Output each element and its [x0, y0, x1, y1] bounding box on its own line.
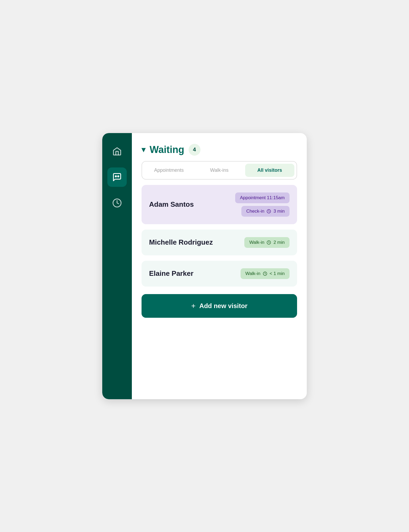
visitor-card-elaine[interactable]: Elaine Parker Walk-in < 1 min — [142, 261, 297, 287]
walkin-badge-elaine: Walk-in < 1 min — [241, 268, 290, 279]
clock-icon-michelle — [266, 240, 271, 245]
checkin-time-adam: 3 min — [273, 209, 285, 214]
clock-icon-elaine — [263, 271, 267, 276]
add-visitor-label: Add new visitor — [199, 302, 248, 310]
visitor-badges-michelle: Walk-in 2 min — [244, 237, 290, 248]
chat-icon — [112, 172, 122, 182]
walkin-label-michelle: Walk-in — [249, 240, 264, 245]
svg-point-0 — [115, 176, 117, 177]
visitor-card-michelle[interactable]: Michelle Rodriguez Walk-in 2 min — [142, 230, 297, 255]
checkin-label: Check-in — [246, 209, 264, 214]
sidebar-item-chat[interactable] — [107, 167, 127, 187]
clock-icon-adam — [266, 209, 271, 214]
app-container: ▾ Waiting 4 Appointments Walk-ins All vi… — [102, 133, 307, 399]
walkin-label-elaine: Walk-in — [245, 271, 260, 276]
sidebar-item-analytics[interactable] — [107, 193, 127, 213]
main-content: ▾ Waiting 4 Appointments Walk-ins All vi… — [132, 133, 307, 399]
visitor-badges-adam: Appointment 11:15am Check-in 3 min — [235, 192, 290, 217]
sidebar-item-home[interactable] — [107, 142, 127, 161]
visitor-card-adam[interactable]: Adam Santos Appointment 11:15am Check-in… — [142, 185, 297, 224]
analytics-icon — [112, 198, 122, 208]
visitor-name-michelle: Michelle Rodriguez — [149, 238, 213, 247]
plus-icon: + — [191, 302, 195, 310]
tab-walkins[interactable]: Walk-ins — [195, 164, 244, 177]
tab-appointments[interactable]: Appointments — [144, 164, 193, 177]
waiting-count-badge: 4 — [189, 144, 200, 156]
visitor-name-adam: Adam Santos — [149, 200, 194, 209]
walkin-time-michelle: 2 min — [273, 240, 285, 245]
checkin-badge-adam: Check-in 3 min — [241, 206, 290, 217]
sidebar — [102, 133, 132, 399]
walkin-time-elaine: < 1 min — [270, 271, 285, 276]
add-visitor-button[interactable]: + Add new visitor — [142, 294, 297, 318]
visitor-tabs: Appointments Walk-ins All visitors — [142, 161, 297, 180]
visitor-name-elaine: Elaine Parker — [149, 269, 193, 278]
collapse-chevron[interactable]: ▾ — [142, 145, 145, 154]
walkin-badge-michelle: Walk-in 2 min — [244, 237, 290, 248]
page-title: Waiting — [150, 144, 184, 155]
page-header: ▾ Waiting 4 — [142, 144, 297, 156]
appointment-badge-adam: Appointment 11:15am — [235, 192, 290, 203]
home-icon — [112, 147, 122, 156]
svg-point-1 — [118, 176, 119, 177]
tab-all-visitors[interactable]: All visitors — [245, 164, 294, 177]
visitor-badges-elaine: Walk-in < 1 min — [241, 268, 290, 279]
